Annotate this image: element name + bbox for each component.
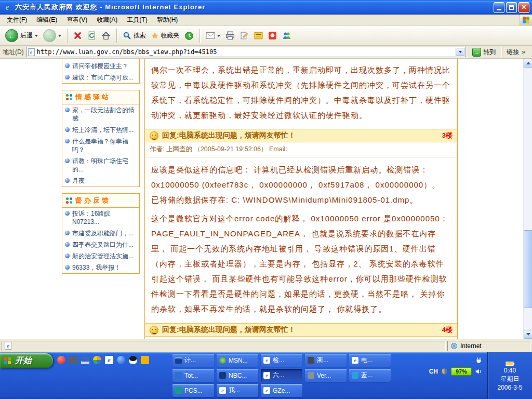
- refresh-icon: [87, 31, 96, 40]
- sidebar-link[interactable]: 四季春交叉路口为什...: [62, 239, 139, 250]
- ie-launcher-icon[interactable]: [105, 356, 113, 364]
- taskbar-window-button[interactable]: PCS...: [172, 384, 214, 397]
- maximize-button[interactable]: [506, 2, 517, 13]
- stop-button[interactable]: [71, 30, 84, 41]
- sidebar-link[interactable]: 家，一段无法割舍的情感: [62, 104, 139, 124]
- menu-file[interactable]: 文件(F): [2, 14, 32, 26]
- print-button[interactable]: [223, 30, 237, 41]
- search-button[interactable]: 搜索: [121, 30, 148, 41]
- language-indicator[interactable]: CH: [429, 368, 438, 375]
- taskbar-clock[interactable]: 0:40 星期日 2006-3-5: [487, 352, 532, 399]
- sidebar-link[interactable]: 请教：明珠广场住宅的...: [62, 155, 139, 175]
- forward-button[interactable]: [41, 28, 63, 43]
- sidebar-link[interactable]: 月夜: [62, 175, 139, 187]
- vertical-scrollbar[interactable]: [523, 59, 532, 339]
- menu-help[interactable]: 帮助(H): [152, 14, 183, 26]
- show-desktop-icon[interactable]: [117, 356, 125, 364]
- history-button[interactable]: [182, 30, 196, 42]
- notes-icon[interactable]: [141, 356, 149, 364]
- minimize-button[interactable]: [494, 2, 504, 13]
- go-button[interactable]: 转到: [469, 47, 499, 57]
- security-shield-icon[interactable]: [441, 368, 448, 375]
- sidebar-link[interactable]: 请问帝都樱园业主？: [62, 60, 139, 72]
- sidebar-link[interactable]: 市建委及职能部门，...: [62, 228, 139, 239]
- taskbar-window-button[interactable]: MSN...: [217, 354, 258, 367]
- close-button[interactable]: [518, 2, 529, 13]
- taskbar-button-label: Tot...: [184, 372, 198, 379]
- sidebar-link[interactable]: 96333，我举报！: [62, 262, 139, 273]
- mail-button[interactable]: [204, 31, 222, 41]
- address-label: 地址(D): [3, 48, 24, 57]
- bullet-icon: [65, 231, 70, 235]
- floppy-icon[interactable]: [81, 356, 89, 364]
- sidebar-box-emotion: 情感驿站 家，一段无法割舍的情感 坛上冷清，坛下热情... 什么是幸福？你幸福吗…: [62, 90, 140, 187]
- reply-author-line: 作者: 上网查的 （2005-09-21 19:52:06） Email:: [145, 142, 457, 157]
- taskbar-window-button[interactable]: 计...: [172, 354, 214, 367]
- taskbar-window-button[interactable]: GZe...: [261, 384, 302, 397]
- realplayer-icon[interactable]: [57, 356, 65, 364]
- taskbar-window-button-active[interactable]: 六...: [261, 369, 302, 382]
- sidebar-link-label: 四季春交叉路口为什...: [72, 241, 134, 249]
- battery-percent-badge[interactable]: 97%: [451, 367, 472, 376]
- menu-favorites[interactable]: 收藏(A): [92, 14, 122, 26]
- sidebar-link[interactable]: 新的治安管理法实施...: [62, 250, 139, 262]
- status-cell: [2, 341, 446, 351]
- taskbar-window-button[interactable]: Tot...: [172, 369, 214, 382]
- menu-tools[interactable]: 工具(T): [122, 14, 152, 26]
- tray-icons: CH 97%: [429, 352, 487, 399]
- speaker-icon[interactable]: [475, 368, 482, 375]
- menu-edit[interactable]: 编辑(E): [32, 14, 62, 26]
- search-label: 搜索: [134, 31, 146, 40]
- scroll-down-button[interactable]: [524, 330, 532, 339]
- sidebar-link[interactable]: 建议：市民广场可放...: [62, 72, 139, 83]
- taskbar-button-label: MSN...: [229, 357, 248, 364]
- taskbar-window-button[interactable]: 我...: [217, 384, 258, 397]
- power-plug-icon[interactable]: [475, 357, 482, 364]
- menu-view[interactable]: 查看(V): [62, 14, 92, 26]
- forum-sidebar: 请问帝都樱园业主？ 建议：市民广场可放... 情感驿站 家，一段无法割舍的情感 …: [62, 59, 140, 280]
- qq-penguin-icon[interactable]: [129, 356, 137, 364]
- edit-button[interactable]: [238, 30, 251, 41]
- app-icon: [352, 372, 358, 379]
- back-dropdown-icon[interactable]: [35, 35, 38, 37]
- home-button[interactable]: [99, 30, 113, 41]
- sidebar-link[interactable]: 投诉：16路皖N07213...: [62, 208, 139, 228]
- taskbar-window-button[interactable]: 电...: [349, 354, 391, 367]
- taskbar-window-button[interactable]: 蔺...: [305, 354, 347, 367]
- taskbar-window-button[interactable]: 检...: [261, 354, 302, 367]
- address-bar: 地址(D) 转到 链接: [0, 46, 532, 59]
- address-dropdown-button[interactable]: [456, 48, 464, 56]
- taskbar-window-button[interactable]: Ver...: [305, 369, 347, 382]
- document-icon: [5, 342, 11, 350]
- address-field: [26, 47, 467, 57]
- forward-dropdown-icon[interactable]: [58, 35, 61, 37]
- arrow-down-icon: [526, 333, 530, 336]
- taskbar-window-button[interactable]: NBC...: [217, 369, 258, 382]
- sidebar-link[interactable]: 什么是幸福？你幸福吗？: [62, 136, 139, 155]
- taskbar-button-label: 检...: [273, 356, 284, 365]
- app-launcher-icon[interactable]: [69, 356, 77, 364]
- start-button[interactable]: 开始: [0, 353, 53, 368]
- chevron-down-icon: [459, 51, 462, 53]
- scroll-up-button[interactable]: [524, 59, 532, 68]
- mail-icon: [206, 32, 215, 39]
- sidebar-link[interactable]: 坛上冷清，坛下热情...: [62, 124, 139, 136]
- back-arrow-icon: [5, 29, 18, 42]
- taskbar-window-button[interactable]: 蓝...: [349, 369, 391, 382]
- links-toolbar[interactable]: 链接: [502, 47, 529, 57]
- sidebar-link-label: 月夜: [72, 177, 85, 185]
- mail-dropdown-icon[interactable]: [217, 35, 220, 37]
- clock-day: 星期日: [501, 375, 520, 383]
- discuss-button[interactable]: [252, 30, 265, 41]
- scrollbar-thumb[interactable]: [524, 230, 532, 308]
- address-input[interactable]: [37, 48, 454, 56]
- ie-icon: [3, 3, 12, 12]
- favorites-button[interactable]: 收藏夹: [149, 30, 181, 41]
- media-player-icon[interactable]: [93, 356, 101, 364]
- quick-launch-bar: [57, 356, 149, 364]
- back-button[interactable]: 后退: [3, 28, 40, 43]
- messenger-qq-button[interactable]: [266, 30, 279, 41]
- refresh-button[interactable]: [85, 30, 98, 41]
- bullet-icon: [65, 242, 70, 247]
- people-button[interactable]: [280, 30, 294, 41]
